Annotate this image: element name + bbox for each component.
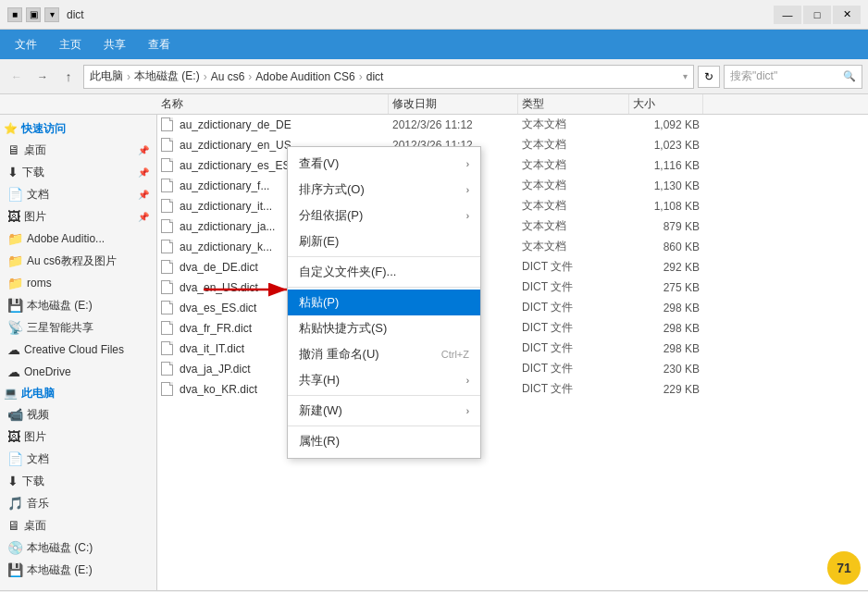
file-size: 1,130 KB [633, 179, 707, 192]
up-button[interactable]: ↑ [57, 66, 80, 88]
sidebar-item-downloads[interactable]: ⬇ 下载 📌 [0, 161, 156, 183]
file-icon [161, 301, 176, 315]
path-segment-drive: 本地磁盘 (E:) [134, 68, 200, 84]
sidebar-quick-access[interactable]: ⭐ 快速访问 [0, 118, 156, 139]
sidebar-item-samsung[interactable]: 📡 三星智能共享 [0, 316, 156, 339]
file-size: 1,116 KB [633, 159, 707, 172]
col-name[interactable]: 名称 [157, 94, 389, 114]
ribbon-tab-home[interactable]: 主页 [48, 30, 93, 59]
menu-item-label: 刷新(E) [299, 233, 469, 250]
forward-button[interactable]: → [31, 66, 54, 88]
file-row[interactable]: dva_it_IT.dict2012/3/26 11:12DICT 文件298 … [157, 339, 868, 359]
file-type: DICT 文件 [522, 320, 633, 336]
menu-item-view[interactable]: 查看(V)› [288, 151, 480, 177]
download-icon: ⬇ [7, 165, 19, 179]
col-size[interactable]: 大小 [629, 94, 703, 114]
sidebar-item-drive-e2[interactable]: 💾 本地磁盘 (E:) [0, 559, 156, 581]
search-icon[interactable]: 🔍 [843, 70, 856, 82]
file-row[interactable]: dva_ja_JP.dictDICT 文件230 KB [157, 359, 868, 379]
sidebar-item-creative-cloud[interactable]: ☁ Creative Cloud Files [0, 339, 156, 361]
file-row[interactable]: au_zdictionary_it...2012/3/26 11:12文本文档1… [157, 196, 868, 216]
file-row[interactable]: au_zdictionary_k...文本文档860 KB [157, 237, 868, 257]
menu-item-properties[interactable]: 属性(R) [288, 428, 480, 454]
sidebar-item-desktop[interactable]: 🖥 桌面 📌 [0, 139, 156, 161]
file-type: 文本文档 [522, 198, 633, 214]
file-row[interactable]: au_zdictionary_f...2012/3/26 11:12文本文档1,… [157, 176, 868, 196]
file-icon [161, 117, 176, 132]
menu-item-label: 粘贴快捷方式(S) [299, 320, 469, 337]
file-row[interactable]: au_zdictionary_es_ES2012/3/26 11:12文本文档1… [157, 155, 868, 176]
file-type: DICT 文件 [522, 361, 633, 376]
search-box[interactable]: 搜索"dict" 🔍 [724, 65, 862, 89]
file-size: 292 KB [633, 261, 707, 274]
col-date[interactable]: 修改日期 [389, 94, 518, 114]
address-path[interactable]: 此电脑 › 本地磁盘 (E:) › Au cs6 › Adobe Auditio… [83, 65, 694, 89]
file-icon [161, 199, 176, 214]
drive-c-icon: 💿 [7, 540, 23, 555]
desktop-icon: 🖥 [7, 518, 20, 533]
folder-icon: 📁 [7, 276, 23, 290]
menu-item-new[interactable]: 新建(W)› [288, 398, 480, 424]
sidebar-item-drive-e[interactable]: 💾 本地磁盘 (E:) [0, 294, 156, 316]
menu-item-paste[interactable]: 粘贴(P) [288, 290, 480, 315]
menu-item-label: 共享(H) [299, 372, 466, 388]
file-row[interactable]: dva_es_ES.dictDICT 文件298 KB [157, 298, 868, 318]
menu-item-label: 属性(R) [299, 433, 469, 450]
window-controls[interactable]: — □ ✕ [774, 6, 861, 24]
pin-icon: 📌 [138, 212, 149, 222]
path-segment-au: Au cs6 [211, 70, 245, 83]
file-row[interactable]: au_zdictionary_ja...文本文档879 KB [157, 216, 868, 237]
window-icon3: ▾ [44, 7, 59, 22]
close-button[interactable]: ✕ [833, 6, 861, 24]
sidebar-item-pictures2[interactable]: 🖼 图片 [0, 426, 156, 448]
submenu-arrow-icon: › [466, 376, 469, 386]
menu-item-customize[interactable]: 自定义文件夹(F)... [288, 259, 480, 285]
sidebar-item-documents2[interactable]: 📄 文档 [0, 448, 156, 470]
onedrive-icon: ☁ [7, 364, 20, 379]
sidebar-item-desktop2[interactable]: 🖥 桌面 [0, 514, 156, 536]
sidebar-item-adobe[interactable]: 📁 Adobe Auditio... [0, 228, 156, 250]
back-button[interactable]: ← [6, 66, 28, 88]
submenu-arrow-icon: › [466, 211, 469, 221]
sidebar-item-drive-c[interactable]: 💿 本地磁盘 (C:) [0, 536, 156, 559]
menu-item-paste-shortcut[interactable]: 粘贴快捷方式(S) [288, 315, 480, 341]
file-row[interactable]: au_zdictionary_de_DE2012/3/26 11:12文本文档1… [157, 115, 868, 135]
file-date: 2012/3/26 11:12 [392, 118, 522, 131]
file-row[interactable]: au_zdictionary_en_US2012/3/26 11:12文本文档1… [157, 135, 868, 155]
file-size: 275 KB [633, 281, 707, 294]
file-row[interactable]: dva_ko_KR.dictDICT 文件229 KB [157, 379, 868, 400]
context-menu: 查看(V)›排序方式(O)›分组依据(P)›刷新(E)自定义文件夹(F)...粘… [287, 146, 481, 459]
sidebar-item-pictures[interactable]: 🖼 图片 📌 [0, 205, 156, 228]
menu-item-undo[interactable]: 撤消 重命名(U)Ctrl+Z [288, 341, 480, 367]
sidebar-item-downloads2[interactable]: ⬇ 下载 [0, 470, 156, 492]
sidebar-item-documents[interactable]: 📄 文档 📌 [0, 183, 156, 205]
sidebar-item-videos[interactable]: 📹 视频 [0, 403, 156, 426]
menu-item-share[interactable]: 共享(H)› [288, 367, 480, 393]
ribbon-tab-file[interactable]: 文件 [4, 30, 48, 59]
menu-item-group[interactable]: 分组依据(P)› [288, 203, 480, 228]
ribbon-tab-view[interactable]: 查看 [137, 30, 181, 59]
menu-item-label: 自定义文件夹(F)... [299, 264, 469, 280]
refresh-button[interactable]: ↻ [698, 66, 720, 88]
file-icon [161, 179, 176, 193]
sidebar-item-onedrive[interactable]: ☁ OneDrive [0, 361, 156, 383]
sidebar-item-roms[interactable]: 📁 roms [0, 272, 156, 294]
sidebar-this-pc[interactable]: 💻 此电脑 [0, 383, 156, 403]
file-type: DICT 文件 [522, 340, 633, 356]
minimize-button[interactable]: — [774, 6, 801, 24]
ribbon-tab-share[interactable]: 共享 [93, 30, 137, 59]
menu-item-sort[interactable]: 排序方式(O)› [288, 177, 480, 203]
menu-item-refresh[interactable]: 刷新(E) [288, 228, 480, 254]
maximize-button[interactable]: □ [803, 6, 831, 24]
file-row[interactable]: dva_fr_FR.dictDICT 文件298 KB [157, 318, 868, 339]
col-type[interactable]: 类型 [518, 94, 629, 114]
sidebar-item-music[interactable]: 🎵 音乐 [0, 492, 156, 514]
file-row[interactable]: dva_en_US.dictDICT 文件275 KB [157, 278, 868, 298]
file-icon [161, 280, 176, 295]
file-type: 文本文档 [522, 137, 633, 153]
file-row[interactable]: dva_de_DE.dict2012/3/26 11:12DICT 文件292 … [157, 257, 868, 278]
sidebar-item-au-tutorial[interactable]: 📁 Au cs6教程及图片 [0, 250, 156, 272]
file-name: au_zdictionary_de_DE [180, 118, 392, 131]
ribbon: 文件 主页 共享 查看 [0, 30, 868, 59]
path-segment-dict: dict [366, 70, 384, 83]
